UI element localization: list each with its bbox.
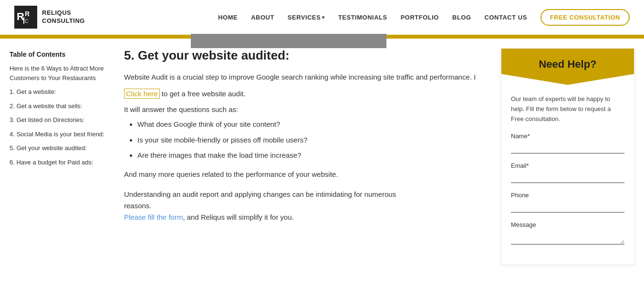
intro-paragraph: Website Audit is a crucial step to impro… (124, 71, 482, 83)
nav-services[interactable]: SERVICES ▾ (288, 14, 325, 21)
help-description: Our team of experts will be happy to hel… (511, 94, 624, 124)
nav-blog[interactable]: BLOG (452, 14, 471, 21)
form-sidebar: Need Help? Our team of experts will be h… (501, 48, 634, 264)
article-content: 5. Get your website audited: Website Aud… (119, 48, 487, 264)
svg-text:C: C (25, 19, 28, 24)
name-input[interactable] (511, 142, 624, 153)
phone-field-group: Phone (511, 192, 624, 213)
toc-item-intro[interactable]: Here is the 6 Ways to Attract More Custo… (10, 64, 105, 82)
message-field-group: Message (511, 221, 624, 246)
click-here-paragraph: Click here to get a free website audit. (124, 90, 482, 98)
message-input[interactable] (511, 230, 624, 244)
nav-portfolio[interactable]: PORTFOLIO (401, 14, 439, 21)
section-title: 5. Get your website audited: (124, 48, 482, 63)
image-placeholder (191, 34, 386, 48)
logo: R R C RELIQUS CONSULTING (14, 6, 85, 29)
name-label: Name* (511, 132, 624, 140)
main-nav: HOME ABOUT SERVICES ▾ TESTIMONIALS PORTF… (218, 9, 630, 26)
email-field-group: Email* (511, 162, 624, 183)
chevron-down-icon: ▾ (322, 15, 325, 20)
click-here-link[interactable]: Click here (124, 89, 160, 99)
phone-label: Phone (511, 192, 624, 199)
gold-bar (0, 35, 644, 39)
list-item: Is your site mobile-friendly or pisses o… (137, 135, 482, 146)
questions-list: What does Google think of your site cont… (137, 119, 482, 161)
table-of-contents: Table of Contents Here is the 6 Ways to … (10, 48, 105, 264)
email-input[interactable] (511, 171, 624, 183)
list-item: What does Google think of your site cont… (137, 119, 482, 130)
toc-item-2[interactable]: 2. Get a website that sells: (10, 102, 105, 111)
nav-testimonials[interactable]: TESTIMONIALS (338, 14, 387, 21)
phone-input[interactable] (511, 201, 624, 213)
toc-item-6[interactable]: 6. Have a budget for Paid ads: (10, 158, 105, 167)
logo-text: RELIQUS CONSULTING (42, 9, 85, 25)
nav-about[interactable]: ABOUT (251, 14, 274, 21)
toc-title: Table of Contents (10, 51, 105, 58)
need-help-header: Need Help? (501, 49, 634, 85)
header: R R C RELIQUS CONSULTING HOME ABOUT SERV… (0, 0, 644, 35)
svg-text:R: R (25, 10, 30, 18)
name-field-group: Name* (511, 132, 624, 153)
need-help-title: Need Help? (511, 58, 624, 71)
email-label: Email* (511, 162, 624, 169)
toc-item-4[interactable]: 4. Social Media is your best friend: (10, 130, 105, 139)
questions-intro: It will answer the questions such as: (124, 105, 482, 113)
main-content: Table of Contents Here is the 6 Ways to … (0, 39, 644, 274)
need-help-box: Need Help? Our team of experts will be h… (501, 48, 634, 264)
svg-text:R: R (17, 10, 24, 22)
logo-icon: R R C (14, 6, 37, 29)
toc-item-3[interactable]: 3. Get listed on Directories: (10, 115, 105, 125)
free-consultation-button[interactable]: FREE CONSULTATION (540, 9, 630, 26)
nav-home[interactable]: HOME (218, 14, 238, 21)
please-fill-form-link[interactable]: Please fill the form (124, 213, 183, 221)
understanding-paragraph: Understanding an audit report and applyi… (124, 189, 482, 223)
list-item: Are there images that make the load time… (137, 150, 482, 161)
more-queries-text: And many more queries related to the per… (124, 169, 482, 180)
need-help-body: Our team of experts will be happy to hel… (501, 90, 634, 264)
toc-item-5[interactable]: 5. Get your website audited: (10, 143, 105, 153)
message-label: Message (511, 221, 624, 228)
nav-contact-us[interactable]: CONTACT US (485, 14, 527, 21)
toc-item-1[interactable]: 1. Get a website: (10, 87, 105, 97)
